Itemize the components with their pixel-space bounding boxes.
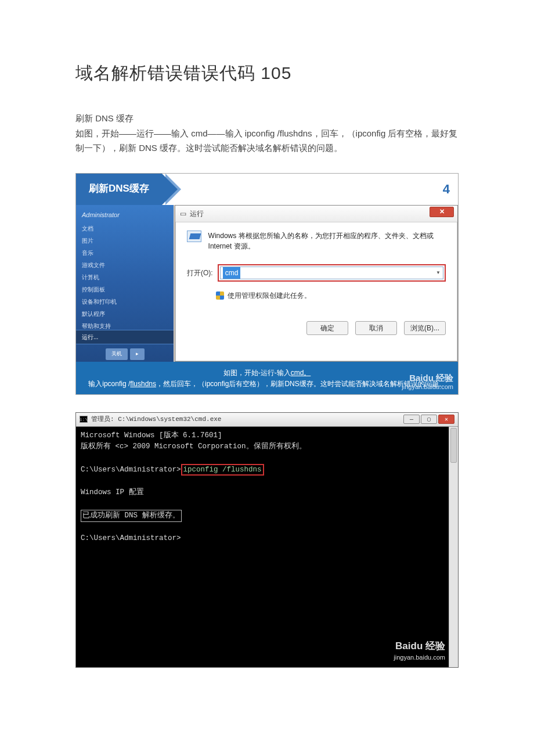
caption-text: flushdns: [130, 380, 156, 388]
start-item[interactable]: 控制面板: [82, 285, 168, 294]
cmd-prompt: C:\Users\Administrator>: [81, 534, 181, 542]
watermark-url: jingyan.baidu.com: [402, 383, 453, 391]
start-item[interactable]: 音乐: [82, 248, 168, 258]
start-menu: Administrator 文档 图片 音乐 游戏文件 计算机 控制面板 设备和…: [76, 205, 174, 362]
dropdown-caret-icon[interactable]: ▼: [436, 269, 441, 277]
close-button[interactable]: ✕: [430, 207, 454, 217]
step-number: 4: [443, 178, 458, 200]
cmd-prompt: C:\Users\Administrator>: [81, 466, 181, 474]
browse-button[interactable]: 浏览(B)...: [404, 321, 446, 335]
shutdown-options-button[interactable]: ▸: [130, 348, 145, 359]
start-run-item[interactable]: 运行...: [76, 330, 174, 344]
admin-note: 使用管理权限创建此任务。: [228, 290, 311, 301]
start-item[interactable]: 图片: [82, 236, 168, 246]
ok-button[interactable]: 确定: [306, 321, 348, 335]
run-title-text: 运行: [190, 208, 204, 219]
uac-shield-icon: [216, 291, 224, 300]
start-item[interactable]: 计算机: [82, 272, 168, 282]
start-item[interactable]: 文档: [82, 224, 168, 233]
intro-text: 如图，开始——运行——输入 cmd——输入 ipconfig /flushdns…: [75, 126, 459, 156]
cancel-button[interactable]: 取消: [355, 321, 397, 335]
section-heading: 刷新 DNS 缓存: [75, 111, 459, 126]
step-tab: 刷新DNS缓存: [76, 174, 162, 205]
caption-text: cmd。: [291, 369, 311, 377]
highlight-box: ipconfig /flushdns: [181, 464, 264, 476]
run-dialog-description: Windows 将根据您所输入的名称，为您打开相应的程序、文件夹、文档或 Int…: [208, 231, 446, 251]
cmd-line: 版权所有 <c> 2009 Microsoft Corporation。保留所有…: [81, 442, 306, 451]
cmd-line: 已成功刷新 DNS 解析缓存。: [81, 510, 182, 522]
start-shutdown[interactable]: 关机 ▸: [76, 347, 174, 361]
shutdown-button[interactable]: 关机: [106, 348, 128, 359]
highlight-box: cmd ▼: [218, 264, 446, 282]
step-label: 刷新DNS缓存: [89, 181, 149, 197]
open-input[interactable]: cmd ▼: [220, 267, 443, 279]
cmd-line: Microsoft Windows [版本 6.1.7601]: [81, 431, 222, 440]
start-item[interactable]: 设备和打印机: [82, 297, 168, 307]
watermark: Baidu 经验 jingyan.baidu.com: [394, 640, 445, 661]
screenshot-cmd: c:\ 管理员: C:\Windows\system32\cmd.exe — ▢…: [75, 412, 459, 668]
run-dialog-titlebar: ▭ 运行 ✕: [175, 206, 457, 222]
watermark: Baidu 经验 jingyan.baidu.com: [402, 373, 453, 391]
start-menu-user: Administrator: [82, 210, 168, 221]
page-title: 域名解析错误错误代码 105: [75, 58, 459, 88]
caption-text: 如图，开始-运行-输入: [223, 369, 291, 377]
cmd-title-text: 管理员: C:\Windows\system32\cmd.exe: [91, 414, 221, 425]
maximize-button[interactable]: ▢: [421, 415, 437, 424]
open-label: 打开(O):: [187, 267, 213, 279]
screenshot-run-dialog: 刷新DNS缓存 4 Administrator 文档 图片 音乐 游戏文件 计算…: [75, 173, 459, 395]
run-title-icon: ▭: [180, 208, 186, 219]
scrollbar[interactable]: [449, 427, 458, 667]
caption-text: 输入ipconfig /: [88, 380, 130, 388]
step-bar: 刷新DNS缓存 4: [76, 174, 458, 205]
watermark-url: jingyan.baidu.com: [394, 653, 445, 661]
cmd-line: Windows IP 配置: [81, 488, 144, 496]
scrollbar-thumb[interactable]: [450, 428, 457, 463]
start-item[interactable]: 默认程序: [82, 309, 168, 319]
cmd-icon: c:\: [80, 416, 88, 423]
cmd-titlebar: c:\ 管理员: C:\Windows\system32\cmd.exe — ▢…: [76, 413, 458, 427]
open-input-value: cmd: [223, 267, 241, 279]
minimize-button[interactable]: —: [403, 415, 420, 424]
watermark-brand: Baidu 经验: [402, 373, 453, 383]
close-button[interactable]: ✕: [438, 415, 454, 424]
run-dialog-icon: [187, 231, 201, 242]
run-dialog: ▭ 运行 ✕ Windows 将根据您所输入的名称，为您打开相应的程序、文件夹、…: [175, 205, 458, 362]
screenshot-caption: 如图，开始-运行-输入cmd。 输入ipconfig /flushdns，然后回…: [76, 362, 458, 394]
start-item[interactable]: 游戏文件: [82, 260, 168, 270]
cmd-output[interactable]: Microsoft Windows [版本 6.1.7601] 版权所有 <c>…: [76, 427, 458, 548]
watermark-brand: Baidu 经验: [394, 640, 445, 653]
